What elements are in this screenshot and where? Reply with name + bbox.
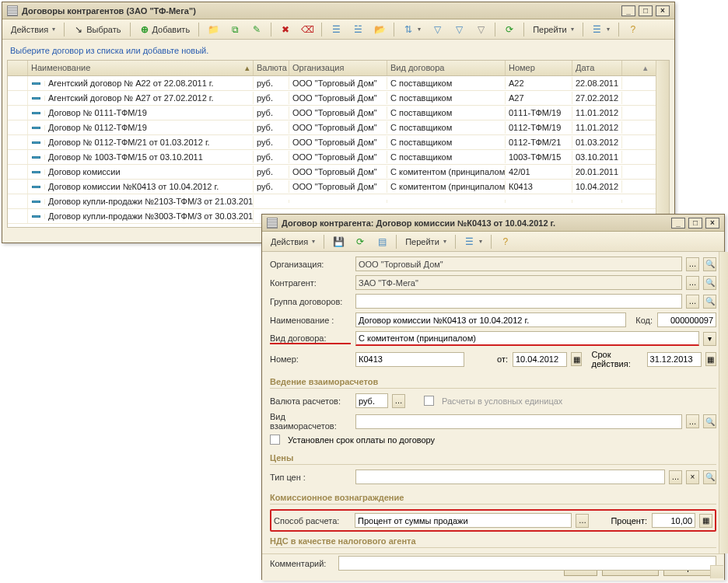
table-row[interactable]: Договор купли-продажи №2103-ТФМ/3 от 21.…	[8, 194, 669, 209]
price-type-open-icon[interactable]: 🔍	[703, 470, 716, 484]
window-icon	[7, 5, 18, 16]
price-type-select-icon[interactable]: …	[669, 470, 682, 484]
kind-dropdown-icon[interactable]: ▾	[703, 332, 716, 346]
hierarchy2-icon[interactable]: ☱	[348, 22, 368, 37]
actions-menu[interactable]: Действия	[6, 23, 60, 37]
refresh-icon[interactable]: ⟳	[350, 234, 370, 250]
delete-mark-icon[interactable]: ✖	[275, 22, 296, 37]
kind-field[interactable]	[355, 331, 699, 346]
add-button[interactable]: ⊕Добавить	[135, 22, 195, 37]
row-icon	[32, 156, 40, 159]
list-view-icon[interactable]: ☰	[587, 22, 614, 37]
contract-detail-window: Договор контрагента: Договор комиссии №К…	[261, 214, 725, 580]
filter1-icon[interactable]: ▽	[427, 22, 447, 37]
code-field[interactable]	[657, 312, 716, 327]
label-valid-until: Срок действия:	[591, 350, 642, 368]
col-date[interactable]: Дата	[572, 61, 622, 75]
actions-menu[interactable]: Действия	[266, 235, 320, 249]
refresh-icon[interactable]: ⟳	[499, 22, 520, 37]
group-field[interactable]	[355, 294, 682, 309]
section-nds: НДС в качестве налогового агента	[270, 532, 716, 548]
table-row[interactable]: Агентский договор № А22 от 22.08.2011 г.…	[8, 76, 669, 91]
org-select-icon[interactable]: …	[686, 257, 699, 271]
currency-field[interactable]	[355, 393, 388, 408]
table-row[interactable]: Договор № 0111-ТФМ/19руб.ООО "Торговый Д…	[8, 106, 669, 120]
window-icon	[267, 218, 278, 229]
folder-add-icon[interactable]: 📁	[203, 22, 223, 37]
col-currency[interactable]: Валюта	[254, 61, 289, 75]
filter-clear-icon[interactable]: ⌫	[297, 22, 317, 37]
select-button[interactable]: ↘Выбрать	[68, 22, 125, 37]
percent-field[interactable]	[652, 513, 695, 528]
name-field[interactable]	[355, 312, 626, 327]
col-org[interactable]: Организация	[289, 61, 387, 75]
table-row[interactable]: Договор № 0112-ТФМ/21 от 01.03.2012 г.ру…	[8, 135, 669, 150]
group-open-icon[interactable]: 🔍	[703, 295, 716, 309]
copy-icon[interactable]: ⧉	[225, 22, 245, 37]
comment-field[interactable]	[338, 556, 716, 571]
price-type-field[interactable]	[355, 470, 665, 484]
list-titlebar[interactable]: Договоры контрагентов (ЗАО "ТФ-Мега") _ …	[2, 2, 674, 19]
row-icon	[32, 112, 40, 114]
col-kind[interactable]: Вид договора	[387, 61, 506, 75]
pay-term-checkbox[interactable]	[270, 435, 280, 445]
resize-grip[interactable]	[710, 565, 723, 578]
filter-off-icon[interactable]: ▽	[471, 22, 491, 37]
settlement-kind-field[interactable]	[355, 414, 682, 429]
save-icon[interactable]: 💾	[328, 234, 348, 250]
col-name[interactable]: Наименование ▴	[28, 61, 254, 75]
valid-until-field[interactable]	[647, 352, 702, 367]
contracts-grid[interactable]: Наименование ▴ Валюта Организация Вид до…	[7, 60, 670, 228]
close-button[interactable]: ×	[656, 5, 670, 16]
percent-calc-icon[interactable]: ▦	[699, 514, 712, 528]
col-number[interactable]: Номер	[506, 61, 572, 75]
counterparty-field[interactable]	[355, 275, 682, 290]
table-row[interactable]: Договор № 1003-ТФМ/15 от 03.10.2011руб.О…	[8, 150, 669, 165]
edit-icon[interactable]: ✎	[247, 22, 267, 37]
filter2-icon[interactable]: ▽	[449, 22, 469, 37]
hierarchy-icon[interactable]: ☰	[326, 22, 346, 37]
from-date-field[interactable]	[513, 352, 567, 367]
valid-until-calendar-icon[interactable]: ▦	[705, 352, 716, 366]
settlement-kind-select-icon[interactable]: …	[686, 414, 699, 428]
row-icon	[32, 171, 40, 173]
table-row[interactable]: Договор комиссии №К0413 от 10.04.2012 г.…	[8, 180, 669, 194]
counterparty-select-icon[interactable]: …	[686, 276, 699, 290]
sort-icon[interactable]: ⇅	[398, 22, 425, 37]
calc-method-select-icon[interactable]: …	[576, 514, 589, 528]
section-commission: Комиссионное вознаграждение	[270, 488, 716, 504]
goto-menu[interactable]: Перейти	[528, 23, 579, 37]
goto-menu[interactable]: Перейти	[401, 235, 451, 249]
number-field[interactable]	[355, 352, 464, 367]
settlement-kind-open-icon[interactable]: 🔍	[703, 414, 716, 428]
form-scrollbar[interactable]	[719, 252, 728, 553]
row-icon	[32, 82, 40, 85]
help-icon[interactable]: ?	[495, 234, 516, 250]
cond-units-checkbox[interactable]	[424, 396, 434, 406]
table-row[interactable]: Договор № 0112-ТФМ/19руб.ООО "Торговый Д…	[8, 120, 669, 135]
row-icon	[32, 201, 40, 203]
org-open-icon[interactable]: 🔍	[703, 257, 716, 271]
table-row[interactable]: Договор комиссиируб.ООО "Торговый Дом"С …	[8, 165, 669, 180]
org-field[interactable]	[355, 257, 682, 271]
maximize-button[interactable]: □	[639, 5, 653, 16]
report-icon[interactable]: ▤	[372, 234, 392, 250]
minimize-button[interactable]: _	[621, 5, 635, 16]
from-calendar-icon[interactable]: ▦	[571, 352, 582, 366]
currency-select-icon[interactable]: …	[392, 394, 405, 408]
table-row[interactable]: Агентский договор № А27 от 27.02.2012 г.…	[8, 91, 669, 106]
group-select-icon[interactable]: …	[686, 295, 699, 309]
list-view-icon[interactable]: ☰	[460, 234, 487, 250]
section-settlements: Ведение взаиморасчетов	[270, 372, 716, 389]
calc-method-field[interactable]	[355, 513, 572, 528]
maximize-button[interactable]: □	[688, 218, 702, 229]
help-icon[interactable]: ?	[623, 22, 643, 37]
close-button[interactable]: ×	[705, 218, 719, 229]
minimize-button[interactable]: _	[671, 218, 685, 229]
price-type-clear-icon[interactable]: ×	[686, 470, 699, 484]
label-pay-term: Установлен срок оплаты по договору	[288, 435, 435, 445]
move-icon[interactable]: 📂	[369, 22, 390, 37]
detail-titlebar[interactable]: Договор контрагента: Договор комиссии №К…	[262, 215, 724, 232]
vertical-scrollbar[interactable]	[656, 61, 669, 227]
counterparty-open-icon[interactable]: 🔍	[703, 276, 716, 290]
